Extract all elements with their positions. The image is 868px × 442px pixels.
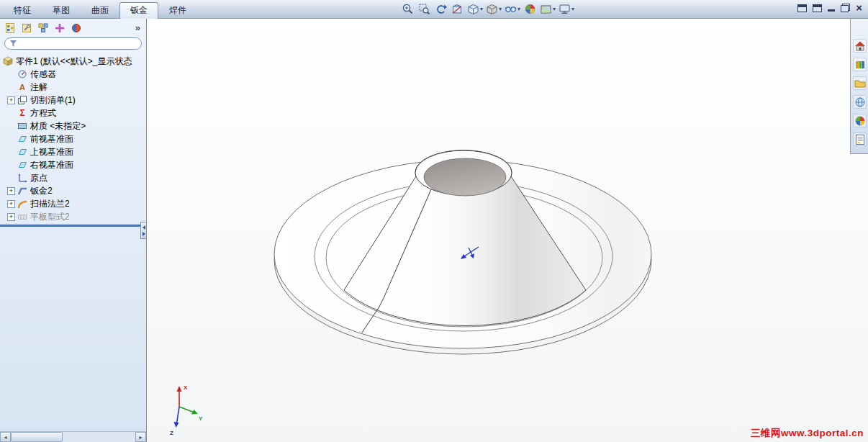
file-explorer-icon[interactable] — [853, 76, 867, 90]
configuration-glyph — [37, 22, 49, 34]
beach-ball-glyph — [854, 114, 866, 127]
configurationmanager-tab-icon[interactable] — [36, 21, 50, 35]
flat-pattern-icon — [17, 212, 28, 222]
home-glyph — [854, 40, 866, 53]
featuremanager-pane-tabs: » — [0, 19, 146, 35]
panel-collapse-handle[interactable] — [140, 222, 147, 239]
zoom-to-area-icon[interactable] — [417, 1, 432, 17]
tree-item-material[interactable]: 材质 <未指定> — [0, 119, 146, 132]
origin-icon — [17, 173, 28, 183]
pane-overflow-chevron[interactable]: » — [135, 22, 143, 33]
model-top-opening[interactable] — [415, 150, 512, 196]
library-glyph — [854, 58, 866, 71]
equations-icon — [17, 108, 28, 118]
collapse-right-arrow-icon — [143, 232, 145, 236]
displaymanager-glyph — [71, 22, 82, 34]
folder-glyph — [854, 77, 866, 90]
command-bar: 特征 草图 曲面 钣金 焊件 — [0, 0, 868, 19]
filter-funnel-icon — [9, 40, 17, 48]
graphics-area[interactable]: X Y Z — [148, 19, 868, 442]
restore-icon[interactable] — [841, 4, 850, 12]
new-window-icon[interactable] — [797, 4, 807, 12]
zoom-in-out-icon[interactable] — [400, 1, 415, 17]
part-name: 零件1 — [16, 55, 38, 68]
cascade-window-icon[interactable] — [813, 4, 822, 12]
featuremanager-tree-tab-icon[interactable] — [3, 21, 17, 35]
glasses-glyph — [505, 3, 517, 15]
design-library-icon[interactable] — [853, 58, 867, 71]
triad-x-label: X — [184, 384, 188, 391]
apply-scene-icon[interactable] — [539, 1, 556, 17]
solidworks-resources-icon[interactable] — [853, 39, 867, 53]
tree-item-front-plane[interactable]: 前视基准面 — [0, 132, 146, 145]
tree-item-origin[interactable]: 原点 — [0, 171, 146, 184]
propertymanager-glyph — [21, 22, 32, 34]
expand-toggle[interactable] — [7, 200, 15, 208]
heads-up-view-toolbar — [400, 1, 575, 17]
magnifier-plus-glyph — [402, 3, 414, 15]
tree-item-flat-pattern2[interactable]: 平板型式2 — [0, 210, 146, 223]
window-controls — [797, 4, 862, 12]
search-results-icon[interactable] — [853, 95, 867, 109]
panel-horizontal-scrollbar — [0, 431, 146, 442]
reference-triad: X Y Z — [170, 384, 203, 436]
expand-toggle[interactable] — [7, 213, 15, 221]
propertymanager-tab-icon[interactable] — [19, 21, 33, 35]
dimxpertmanager-tab-icon[interactable] — [53, 21, 66, 35]
part-icon — [2, 56, 14, 66]
model-view: X Y Z — [148, 19, 868, 442]
section-cube-glyph — [451, 3, 464, 15]
sheet-metal-icon — [17, 186, 28, 196]
appearances-scenes-icon[interactable] — [853, 114, 867, 127]
displaymanager-tab-icon[interactable] — [69, 21, 83, 35]
tree-item-part-root[interactable]: 零件1 (默认<<默认>_显示状态 — [0, 55, 146, 68]
scroll-right-arrow[interactable] — [135, 432, 146, 442]
tab-sheet-metal[interactable]: 钣金 — [119, 2, 158, 19]
tab-sketch[interactable]: 草图 — [42, 2, 81, 19]
view-orientation-icon[interactable] — [466, 1, 484, 17]
tree-item-right-plane[interactable]: 右视基准面 — [0, 158, 146, 171]
scroll-left-arrow[interactable] — [0, 432, 11, 442]
cut-list-icon — [17, 95, 28, 105]
custom-properties-icon[interactable] — [853, 132, 867, 146]
tree-item-sheet-metal2[interactable]: 钣金2 — [0, 184, 146, 197]
tree-filter — [4, 37, 142, 50]
sensors-icon — [17, 69, 28, 79]
wire-cube-glyph — [467, 4, 479, 15]
plane-icon — [17, 134, 28, 144]
expand-toggle[interactable] — [7, 96, 15, 104]
swept-flange-icon — [17, 199, 28, 209]
edit-appearance-icon[interactable] — [523, 1, 538, 17]
view-settings-icon[interactable] — [558, 1, 575, 17]
tree-item-top-plane[interactable]: 上视基准面 — [0, 145, 146, 158]
shaded-cube-glyph — [486, 4, 498, 15]
expand-toggle[interactable] — [7, 187, 15, 195]
tab-features[interactable]: 特征 — [3, 2, 42, 19]
tree-item-equations[interactable]: 方程式 — [0, 107, 146, 119]
curved-arrow-glyph — [435, 3, 447, 15]
display-style-icon[interactable] — [485, 1, 502, 17]
minimize-icon[interactable] — [828, 9, 835, 12]
scene-glyph — [540, 4, 552, 15]
hide-show-items-icon[interactable] — [504, 1, 521, 17]
rollback-bar[interactable] — [0, 225, 141, 227]
beach-ball-glyph — [524, 3, 536, 15]
featuremanager-panel: » 零件1 (默认<<默认>_显示状态 传感器 注解 — [0, 19, 147, 442]
close-icon[interactable] — [856, 4, 862, 12]
tree-tab-glyph — [4, 22, 16, 34]
tree-item-sensors[interactable]: 传感器 — [0, 68, 146, 81]
previous-view-icon[interactable] — [433, 1, 448, 17]
tab-weldments[interactable]: 焊件 — [158, 2, 197, 19]
tab-surfaces[interactable]: 曲面 — [81, 2, 119, 19]
command-tabs: 特征 草图 曲面 钣金 焊件 — [3, 2, 197, 19]
tree-item-swept-flange2[interactable]: 扫描法兰2 — [0, 197, 146, 210]
tree-item-cut-list[interactable]: 切割清单(1) — [0, 94, 146, 107]
monitor-glyph — [559, 3, 571, 15]
plane-icon — [17, 160, 28, 170]
triad-z-label: Z — [170, 430, 173, 436]
section-view-icon[interactable] — [450, 1, 465, 17]
scroll-thumb[interactable] — [11, 432, 63, 442]
tree-filter-input[interactable] — [20, 39, 137, 48]
globe-glyph — [854, 96, 866, 109]
tree-item-annotations[interactable]: 注解 — [0, 81, 146, 94]
